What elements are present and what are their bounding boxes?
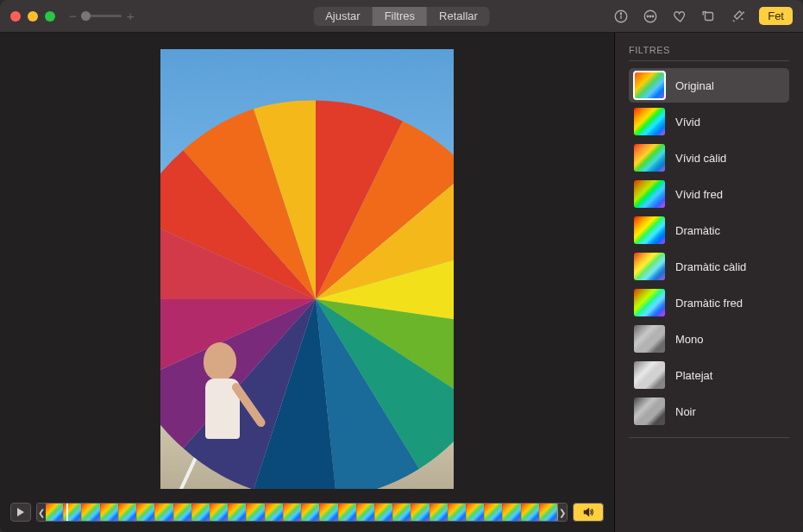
- mute-button[interactable]: [573, 503, 604, 522]
- filter-label: Original: [675, 79, 714, 92]
- filter-thumb-icon: [634, 325, 665, 353]
- filter-row-dramatic[interactable]: Dramàtic: [629, 213, 789, 247]
- frame-thumb[interactable]: [119, 504, 137, 521]
- frame-thumb[interactable]: [46, 504, 64, 521]
- frame-thumb[interactable]: [247, 504, 265, 521]
- photo-viewport: [0, 33, 614, 499]
- tab-adjust[interactable]: Ajustar: [313, 7, 372, 26]
- filter-label: Noir: [675, 405, 696, 418]
- frame-thumb[interactable]: [503, 504, 521, 521]
- favorite-icon[interactable]: [671, 8, 688, 25]
- editor-content: ❮ ❯ FILTRES OriginalVívidVívid càlidVívi…: [0, 33, 803, 532]
- zoom-slider-thumb[interactable]: [81, 11, 91, 21]
- frame-thumb[interactable]: [266, 504, 284, 521]
- frame-thumb[interactable]: [339, 504, 357, 521]
- filter-label: Dramàtic: [675, 224, 720, 237]
- tab-filters[interactable]: Filtres: [373, 7, 427, 26]
- filter-thumb-icon: [634, 144, 665, 172]
- frame-thumb[interactable]: [449, 504, 467, 521]
- filter-row-dramatic-warm[interactable]: Dramàtic càlid: [629, 249, 789, 284]
- more-icon[interactable]: [642, 8, 659, 25]
- info-icon[interactable]: [612, 8, 630, 25]
- frame-thumb[interactable]: [302, 504, 320, 521]
- frame-thumb[interactable]: [467, 504, 485, 521]
- filter-thumb-icon: [634, 361, 665, 389]
- frame-thumb[interactable]: [540, 504, 558, 521]
- video-timeline: ❮ ❯: [0, 499, 614, 532]
- filter-row-vivid-cool[interactable]: Vívid fred: [629, 177, 789, 211]
- filter-thumb-icon: [634, 108, 665, 135]
- frame-thumb[interactable]: [210, 504, 229, 521]
- app-window: − + Ajustar Filtres Retallar: [0, 0, 803, 532]
- frames-container: [46, 504, 558, 521]
- frame-thumb[interactable]: [375, 504, 393, 521]
- frame-thumb[interactable]: [137, 504, 155, 521]
- zoom-slider[interactable]: [82, 15, 122, 17]
- svg-rect-7: [706, 12, 713, 20]
- frame-thumb[interactable]: [357, 504, 375, 521]
- filter-label: Platejat: [675, 369, 712, 382]
- sidebar-title: FILTRES: [629, 45, 789, 55]
- frame-thumb[interactable]: [393, 504, 411, 521]
- svg-point-8: [742, 18, 743, 19]
- svg-point-2: [621, 13, 622, 14]
- filter-label: Vívid càlid: [675, 152, 726, 165]
- window-controls: [10, 11, 55, 22]
- film-strip[interactable]: ❮ ❯: [36, 503, 568, 522]
- toolbar-right-actions: Fet: [612, 7, 793, 25]
- filters-sidebar: FILTRES OriginalVívidVívid càlidVívid fr…: [615, 33, 803, 532]
- zoom-in-icon[interactable]: +: [127, 9, 135, 23]
- enhance-icon[interactable]: [730, 8, 747, 25]
- filter-row-silver[interactable]: Platejat: [629, 358, 789, 392]
- filter-thumb-icon: [634, 289, 665, 316]
- filter-label: Vívid: [675, 116, 700, 128]
- filter-thumb-icon: [634, 72, 665, 99]
- photo-person: [186, 316, 264, 489]
- trim-handle-left[interactable]: ❮: [37, 504, 46, 521]
- filter-label: Dramàtic càlid: [675, 260, 746, 273]
- svg-point-4: [647, 16, 649, 17]
- done-button[interactable]: Fet: [759, 7, 793, 25]
- frame-thumb[interactable]: [229, 504, 247, 521]
- filter-label: Vívid fred: [675, 188, 723, 201]
- filter-row-noir[interactable]: Noir: [629, 394, 789, 429]
- frame-thumb[interactable]: [192, 504, 210, 521]
- frame-thumb[interactable]: [284, 504, 302, 521]
- filter-row-original[interactable]: Original: [629, 68, 789, 103]
- sidebar-divider: [629, 60, 789, 61]
- frame-thumb[interactable]: [174, 504, 192, 521]
- filter-row-vivid-warm[interactable]: Vívid càlid: [629, 141, 789, 175]
- maximize-window-button[interactable]: [45, 11, 55, 22]
- frame-thumb[interactable]: [155, 504, 173, 521]
- minimize-window-button[interactable]: [28, 11, 38, 22]
- filter-thumb-icon: [634, 253, 665, 280]
- frame-thumb[interactable]: [411, 504, 430, 521]
- zoom-out-icon[interactable]: −: [69, 9, 77, 23]
- playhead[interactable]: [66, 503, 68, 522]
- frame-thumb[interactable]: [101, 504, 119, 521]
- frame-thumb[interactable]: [522, 504, 540, 521]
- tab-crop[interactable]: Retallar: [427, 7, 490, 26]
- main-area: ❮ ❯: [0, 33, 615, 532]
- filter-thumb-icon: [634, 397, 665, 425]
- zoom-controls: − +: [69, 9, 135, 23]
- trim-handle-right[interactable]: ❯: [558, 504, 567, 521]
- frame-thumb[interactable]: [430, 504, 449, 521]
- filter-thumb-icon: [634, 180, 665, 208]
- filter-row-mono[interactable]: Mono: [629, 322, 789, 356]
- play-button[interactable]: [10, 503, 31, 522]
- titlebar: − + Ajustar Filtres Retallar: [0, 0, 803, 33]
- rotate-icon[interactable]: [700, 8, 718, 25]
- frame-thumb[interactable]: [485, 504, 503, 521]
- svg-point-5: [649, 16, 651, 17]
- filter-row-dramatic-cool[interactable]: Dramàtic fred: [629, 285, 789, 320]
- svg-point-9: [743, 12, 744, 13]
- svg-point-6: [652, 16, 654, 17]
- photo-preview: [160, 49, 454, 489]
- frame-thumb[interactable]: [320, 504, 338, 521]
- filter-label: Dramàtic fred: [675, 297, 743, 310]
- close-window-button[interactable]: [10, 11, 21, 22]
- frame-thumb[interactable]: [82, 504, 100, 521]
- filter-row-vivid[interactable]: Vívid: [629, 104, 789, 139]
- sidebar-divider-bottom: [629, 437, 789, 438]
